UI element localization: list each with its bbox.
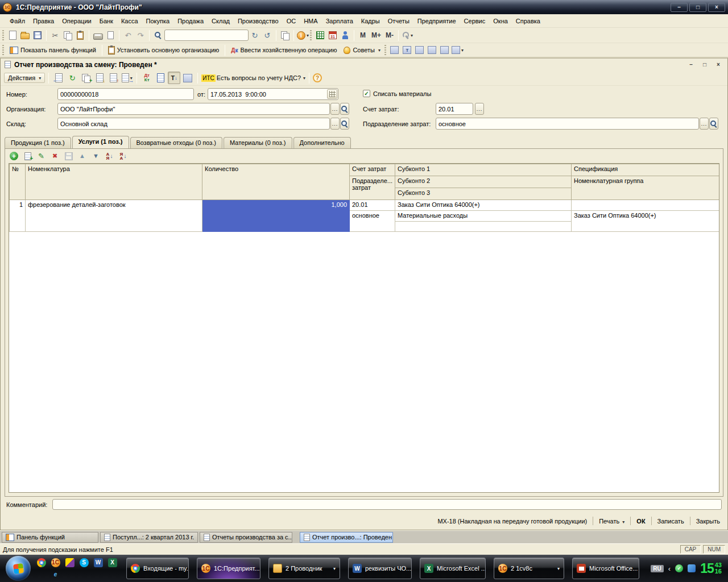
tips-dropdown-icon[interactable]: ▾ (378, 48, 380, 53)
show-function-panel-button[interactable]: Показать панель функций (6, 45, 100, 55)
minimize-button[interactable]: – (671, 3, 688, 12)
help-button[interactable]: ? (313, 73, 322, 82)
cell-nomenclature-group[interactable]: Заказ Сити Оптика 64000(+) (572, 211, 720, 232)
table-row[interactable]: 1 фрезерование деталей-заготовок 1,000 2… (10, 200, 720, 211)
taskbar-button-explorer[interactable]: 2 Проводник ▾ (268, 558, 340, 579)
menu-production[interactable]: Производство (234, 16, 283, 26)
copy-document-button[interactable]: + (80, 72, 92, 84)
restore-button[interactable]: □ (689, 3, 706, 12)
dt-kt-button[interactable]: ДтКт (140, 72, 153, 84)
tray-expand-chevron[interactable]: ‹ (668, 564, 671, 573)
print-preview-button[interactable] (104, 29, 117, 41)
menu-hr[interactable]: Кадры (357, 16, 384, 26)
sort-descending-button[interactable]: ЯА ↓ (117, 151, 129, 162)
save-button[interactable] (31, 29, 44, 41)
document-journal-button[interactable] (154, 72, 167, 84)
calculator-button[interactable] (314, 29, 326, 41)
tab-products[interactable]: Продукция (1 поз.) (5, 137, 71, 148)
menu-os[interactable]: ОС (283, 16, 300, 26)
copy-button[interactable] (61, 29, 74, 41)
antivirus-tray-icon[interactable]: ✓ (675, 564, 683, 572)
actions-button[interactable]: Действия ▾ (4, 73, 45, 83)
journal-type-button[interactable]: Т (401, 44, 413, 56)
taskbar-button-1c[interactable]: 1С 1С:Предприят... (197, 558, 260, 579)
taskbar-button-inbox[interactable]: Входящие - my... (126, 558, 189, 579)
menu-windows[interactable]: Окна (489, 16, 512, 26)
edit-row-button[interactable]: ✎ (35, 151, 47, 162)
journal-export-button[interactable]: ▾ (451, 44, 464, 56)
mx18-button[interactable]: МХ-18 (Накладная на передачу готовой про… (436, 517, 589, 526)
menu-purchase[interactable]: Покупка (142, 16, 174, 26)
menu-reports[interactable]: Отчеты (384, 16, 413, 26)
col-header-nomenclature[interactable]: Номенклатура (26, 164, 202, 200)
number-input[interactable] (57, 88, 194, 100)
delete-row-button[interactable]: ✖ (49, 151, 61, 162)
menu-file[interactable]: Файл (6, 16, 29, 26)
date-input[interactable] (208, 88, 338, 100)
cost-department-select-button[interactable]: ... (700, 118, 709, 130)
send-document-button[interactable]: →▾ (121, 72, 133, 84)
search-icon[interactable] (152, 29, 164, 41)
related-windows-button[interactable] (279, 29, 291, 41)
document-list-button[interactable] (439, 44, 451, 56)
user-list-button[interactable] (426, 44, 439, 56)
memory-subtract-button[interactable]: M- (383, 29, 396, 41)
cost-account-select-button[interactable]: ... (475, 103, 484, 115)
end-edit-button[interactable] (63, 151, 75, 162)
skype-icon[interactable]: S (80, 558, 89, 567)
save-button-footer[interactable]: Записать (656, 517, 686, 526)
reread-button[interactable]: ↻ (66, 72, 78, 84)
comment-input[interactable] (52, 499, 722, 510)
cost-account-input[interactable] (436, 103, 473, 115)
menu-enterprise[interactable]: Предприятие (413, 16, 460, 26)
info-button[interactable]: i▾ (296, 29, 309, 41)
cell-specification[interactable] (572, 200, 720, 211)
find-next-button[interactable]: ↻ (249, 29, 261, 41)
load-document-button[interactable]: ↓ (93, 72, 106, 84)
cut-button[interactable]: ✂ (49, 29, 61, 41)
print-button[interactable] (92, 29, 104, 41)
close-button-footer[interactable]: Закрыть (694, 517, 722, 526)
col-header-cost-account[interactable]: Счет затрат (350, 164, 395, 176)
ok-button[interactable]: ОК (635, 517, 647, 526)
warehouse-input[interactable] (57, 118, 330, 130)
service-dropdown-icon[interactable]: ▾ (411, 33, 413, 38)
toolbar-grip[interactable] (310, 30, 312, 40)
chrome-icon[interactable] (37, 558, 46, 567)
col-header-nomenclature-group[interactable]: Номенклатурная группа (572, 176, 720, 200)
cell-cost-account[interactable]: 20.01 (350, 200, 395, 211)
undo-button[interactable]: ↶ (122, 29, 134, 41)
col-header-sub3[interactable]: Субконто 3 (395, 188, 572, 200)
document-restore-button[interactable]: □ (700, 60, 710, 69)
col-header-sub1[interactable]: Субконто 1 (395, 164, 572, 176)
close-button[interactable]: × (708, 3, 725, 12)
cell-nomenclature[interactable]: фрезерование деталей-заготовок (26, 200, 202, 232)
cell-cost-department[interactable]: основное (350, 211, 395, 232)
menu-help[interactable]: Справка (512, 16, 544, 26)
cost-department-open-button[interactable] (709, 118, 718, 130)
taskbar-button-office[interactable]: Microsoft Office... (572, 558, 639, 579)
taskbar-button-word-doc[interactable]: W реквизиты ЧО... (348, 558, 412, 579)
memory-add-button[interactable]: M+ (369, 29, 383, 41)
menu-sale[interactable]: Продажа (173, 16, 208, 26)
taskbar-group-dropdown-icon[interactable]: ▾ (333, 566, 336, 571)
tab-additional[interactable]: Дополнительно (293, 137, 351, 148)
find-previous-button[interactable]: ↺ (261, 29, 274, 41)
col-header-quantity[interactable]: Количество (202, 164, 350, 200)
menu-warehouse[interactable]: Склад (208, 16, 234, 26)
its-question-link[interactable]: Есть вопросы по учету НДС? (217, 74, 301, 81)
organization-select-button[interactable]: ... (330, 103, 340, 115)
date-calendar-button[interactable] (327, 89, 337, 99)
toolbar-grip[interactable] (384, 45, 386, 55)
document-minimize-button[interactable]: – (686, 60, 696, 69)
menu-edit[interactable]: Правка (29, 16, 58, 26)
service-settings-button[interactable]: ▾ (401, 29, 413, 41)
menu-salary[interactable]: Зарплата (322, 16, 357, 26)
info-dropdown-icon[interactable]: ▾ (307, 33, 309, 38)
paste-button[interactable] (74, 29, 86, 41)
journal-export-dropdown-icon[interactable]: ▾ (461, 48, 464, 53)
tab-returnable-waste[interactable]: Возвратные отходы (0 поз.) (130, 137, 223, 148)
toolbar-grip[interactable] (2, 45, 4, 55)
document-structure-button[interactable]: Т↓ (168, 72, 180, 84)
warehouse-select-button[interactable]: ... (330, 118, 340, 130)
